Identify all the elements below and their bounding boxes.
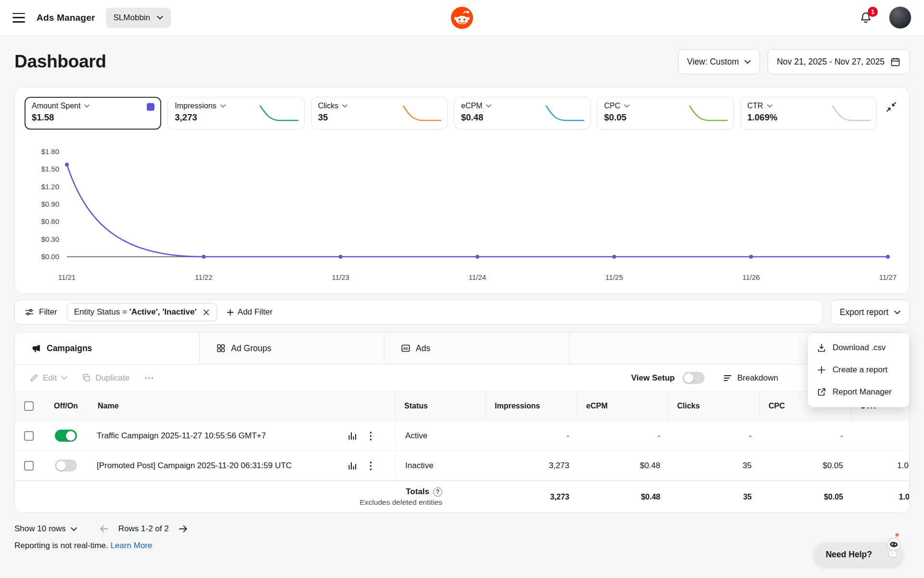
breakdown-icon <box>723 373 732 383</box>
previous-page-button[interactable] <box>99 524 110 534</box>
svg-text:11/22: 11/22 <box>195 273 212 281</box>
impressions-cell: 3,273 <box>486 461 577 471</box>
need-help-widget: Need Help? <box>814 543 903 566</box>
chevron-down-icon <box>342 104 347 108</box>
metric-card-clicks[interactable]: Clicks 35 <box>311 97 448 130</box>
campaign-on-off-toggle[interactable] <box>55 430 77 442</box>
menu-item-label: Create a report <box>833 365 887 375</box>
grid-icon <box>216 343 226 353</box>
avatar[interactable] <box>889 6 911 29</box>
breakdown-button[interactable]: Breakdown <box>723 373 778 383</box>
metric-card-cpc[interactable]: CPC $0.05 <box>597 97 733 130</box>
external-link-icon <box>817 387 826 397</box>
select-all-checkbox[interactable] <box>24 401 34 411</box>
svg-text:$0.30: $0.30 <box>41 235 59 243</box>
view-setup-toggle[interactable] <box>682 372 705 384</box>
row-kebab-menu[interactable]: ⋮ <box>366 460 376 471</box>
metric-card-amount-spent[interactable]: Amount Spent $1.58 <box>25 97 161 130</box>
campaign-name[interactable]: [Promoted Post] Campaign 2025-11-20 06:3… <box>97 461 292 471</box>
metric-card-impressions[interactable]: Impressions 3,273 <box>167 97 304 130</box>
chevron-down-icon <box>220 104 226 108</box>
chevron-down-icon <box>767 104 772 108</box>
column-header-ecpm[interactable]: eCPM <box>577 392 668 420</box>
campaign-name[interactable]: Traffic Campaign 2025-11-27 10:55:56 GMT… <box>97 431 266 441</box>
calendar-icon <box>890 57 900 67</box>
date-range-button[interactable]: Nov 21, 2025 - Nov 27, 2025 <box>768 49 910 74</box>
plus-icon <box>817 365 826 375</box>
tab-label: Campaigns <box>47 343 92 354</box>
column-header-status[interactable]: Status <box>395 392 486 420</box>
export-report-button[interactable]: Export report <box>831 300 910 325</box>
metric-card-ctr[interactable]: CTR 1.069% <box>740 97 877 130</box>
export-dropdown-menu: Download .csv Create a report Report Man… <box>808 332 910 407</box>
menu-item-report-manager[interactable]: Report Manager <box>808 381 909 403</box>
column-header-clicks[interactable]: Clicks <box>668 392 759 420</box>
column-header-impressions[interactable]: Impressions <box>486 392 577 420</box>
tab-label: Ads <box>416 343 430 354</box>
duplicate-icon <box>82 373 91 382</box>
remove-filter-icon[interactable] <box>203 309 210 316</box>
row-checkbox[interactable] <box>24 461 34 471</box>
metric-label: CPC <box>604 102 620 110</box>
filter-button[interactable]: Filter <box>25 307 57 317</box>
menu-item-label: Report Manager <box>833 387 892 397</box>
next-page-button[interactable] <box>178 524 188 534</box>
add-filter-button[interactable]: Add Filter <box>227 307 273 317</box>
totals-ctr: 1.069% <box>851 493 910 501</box>
tab-ads[interactable]: AD Ads <box>385 332 569 364</box>
reddit-logo[interactable] <box>451 7 473 29</box>
chevron-down-icon <box>486 104 491 108</box>
row-checkbox[interactable] <box>24 431 34 441</box>
campaign-on-off-toggle[interactable] <box>55 460 77 472</box>
duplicate-button[interactable]: Duplicate <box>82 373 129 383</box>
column-header-name[interactable]: Name <box>89 392 395 420</box>
plus-icon <box>227 309 234 316</box>
main-content: Dashboard View: Custom Nov 21, 2025 - No… <box>0 49 924 551</box>
rows-per-page-selector[interactable]: Show 10 rows <box>14 524 77 534</box>
column-header-off-on: Off/On <box>43 392 89 420</box>
account-selector[interactable]: SLMobbin <box>106 8 171 28</box>
menu-item-create-report[interactable]: Create a report <box>808 359 909 381</box>
metric-label: eCPM <box>461 102 482 110</box>
learn-more-link[interactable]: Learn More <box>110 541 152 550</box>
svg-text:11/27: 11/27 <box>879 273 897 281</box>
menu-item-download-csv[interactable]: Download .csv <box>808 337 909 359</box>
chevron-down-icon <box>894 310 900 315</box>
impressions-cell: - <box>486 431 577 441</box>
sparkline <box>259 103 299 123</box>
collapse-chart-button[interactable] <box>883 99 899 115</box>
table-row: [Promoted Post] Campaign 2025-11-20 06:3… <box>15 451 910 481</box>
menu-item-label: Download .csv <box>833 343 886 353</box>
svg-text:$0.90: $0.90 <box>41 200 59 208</box>
metric-card-ecpm[interactable]: eCPM $0.48 <box>454 97 590 130</box>
page-title: Dashboard <box>14 52 106 72</box>
filter-chip-entity-status[interactable]: Entity Status = 'Active', 'Inactive' <box>67 303 217 321</box>
add-filter-label: Add Filter <box>238 307 273 317</box>
sparkline <box>545 103 585 123</box>
metrics-chart-card: Amount Spent $1.58 Impressions 3,273 C <box>14 87 910 294</box>
row-chart-button[interactable] <box>347 461 357 471</box>
filter-row: Filter Entity Status = 'Active', 'Inacti… <box>14 300 910 325</box>
table-header-row: Off/On Name Status Impressions eCPM Clic… <box>15 392 910 421</box>
sparkline <box>402 103 442 123</box>
tab-ad-groups[interactable]: Ad Groups <box>200 332 385 364</box>
totals-help-icon[interactable]: ? <box>433 487 442 497</box>
more-actions-button[interactable] <box>144 373 154 383</box>
chevron-down-icon <box>744 60 751 64</box>
row-kebab-menu[interactable]: ⋮ <box>366 431 376 441</box>
menu-icon[interactable] <box>13 13 25 23</box>
edit-button[interactable]: Edit <box>29 373 67 383</box>
totals-impressions: 3,273 <box>486 493 577 501</box>
view-selector-label: View: Custom <box>687 57 739 67</box>
entities-table-card: Campaigns Ad Groups AD Ads <box>14 332 910 513</box>
view-selector-button[interactable]: View: Custom <box>678 49 760 74</box>
cpc-cell: - <box>759 431 851 441</box>
svg-text:11/25: 11/25 <box>605 273 623 281</box>
entity-tabs: Campaigns Ad Groups AD Ads <box>15 332 909 365</box>
notifications-button[interactable]: 1 <box>859 11 873 25</box>
row-chart-button[interactable] <box>347 431 357 441</box>
account-selector-label: SLMobbin <box>114 13 151 23</box>
tab-campaigns[interactable]: Campaigns <box>15 332 200 364</box>
bar-chart-icon <box>347 461 357 471</box>
clicks-cell: - <box>668 431 759 441</box>
